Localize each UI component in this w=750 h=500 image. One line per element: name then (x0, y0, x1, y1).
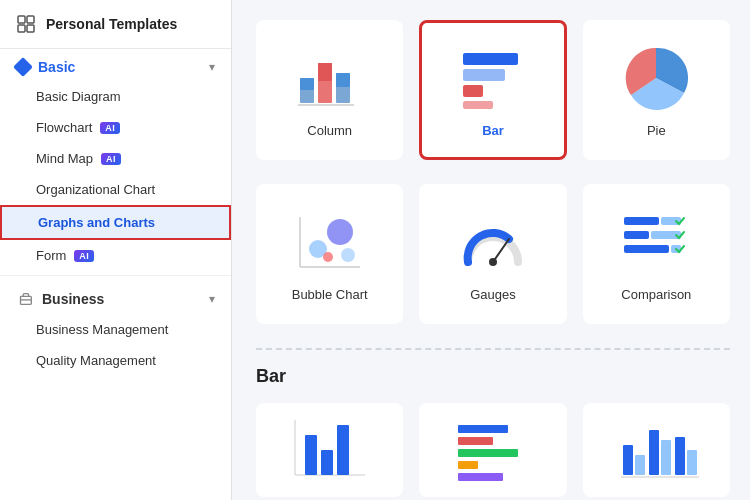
column-label: Column (307, 123, 352, 138)
template-card-comparison[interactable]: Comparison (583, 184, 730, 324)
svg-rect-13 (463, 53, 518, 65)
chevron-down-icon: ▾ (209, 292, 215, 306)
ai-badge: AI (101, 153, 121, 165)
sidebar-item-label: Business Management (36, 322, 168, 337)
pie-chart-icon (621, 43, 691, 113)
sidebar-item-quality-management[interactable]: Quality Management (0, 345, 231, 376)
diamond-icon (13, 57, 33, 77)
svg-rect-16 (463, 101, 493, 109)
pie-label: Pie (647, 123, 666, 138)
svg-rect-3 (27, 25, 34, 32)
bar-chart-icon (453, 43, 533, 113)
comparison-chart-icon (616, 207, 696, 277)
mid-template-grid: Bubble Chart Gauges (256, 184, 730, 324)
svg-rect-30 (624, 245, 669, 253)
chevron-down-icon: ▾ (209, 60, 215, 74)
sidebar-item-business-management[interactable]: Business Management (0, 314, 231, 345)
svg-rect-41 (458, 473, 503, 481)
basic-section-label: Basic (38, 59, 201, 75)
sidebar-item-mind-map[interactable]: Mind Map AI (0, 143, 231, 174)
sidebar-item-label: Graphs and Charts (38, 215, 155, 230)
comparison-label: Comparison (621, 287, 691, 302)
svg-rect-39 (458, 449, 518, 457)
sidebar-item-label: Mind Map (36, 151, 93, 166)
svg-rect-43 (635, 455, 645, 475)
gauges-label: Gauges (470, 287, 516, 302)
template-card-gauges[interactable]: Gauges (419, 184, 566, 324)
svg-rect-11 (336, 73, 350, 87)
svg-rect-15 (463, 85, 483, 97)
gauge-icon (453, 207, 533, 277)
bar-preview-3-icon (611, 415, 701, 485)
svg-point-22 (323, 252, 333, 262)
svg-rect-36 (337, 425, 349, 475)
svg-rect-26 (624, 217, 659, 225)
grid-icon (16, 14, 36, 34)
svg-rect-28 (624, 231, 649, 239)
column-chart-icon (290, 43, 370, 113)
sidebar-item-org-chart[interactable]: Organizational Chart (0, 174, 231, 205)
svg-rect-44 (649, 430, 659, 475)
ai-badge: AI (74, 250, 94, 262)
svg-point-21 (327, 219, 353, 245)
business-section-label: Business (42, 291, 201, 307)
svg-rect-0 (18, 16, 25, 23)
svg-rect-40 (458, 461, 478, 469)
svg-rect-9 (318, 63, 332, 81)
sidebar-item-flowchart[interactable]: Flowchart AI (0, 112, 231, 143)
sidebar-item-label: Organizational Chart (36, 182, 155, 197)
svg-rect-14 (463, 69, 505, 81)
svg-point-25 (489, 258, 497, 266)
bottom-card-bar-3[interactable] (583, 403, 730, 497)
main-content: Column Bar (232, 0, 750, 500)
svg-rect-1 (27, 16, 34, 23)
sidebar-item-graphs-charts[interactable]: Graphs and Charts (0, 205, 231, 240)
svg-rect-34 (305, 435, 317, 475)
bar-label: Bar (482, 123, 504, 138)
bubble-chart-label: Bubble Chart (292, 287, 368, 302)
section-divider-dashed (256, 348, 730, 350)
ai-badge: AI (100, 122, 120, 134)
business-section-header[interactable]: Business ▾ (0, 280, 231, 314)
bar-preview-1-icon (285, 415, 375, 485)
section-divider (0, 275, 231, 276)
sidebar-item-label: Basic Diagram (36, 89, 121, 104)
bottom-card-bar-1[interactable] (256, 403, 403, 497)
svg-rect-35 (321, 450, 333, 475)
svg-rect-45 (661, 440, 671, 475)
top-template-grid: Column Bar (256, 20, 730, 160)
sidebar: Personal Templates Basic ▾ Basic Diagram… (0, 0, 232, 500)
sidebar-item-label: Form (36, 248, 66, 263)
basic-section-header[interactable]: Basic ▾ (0, 49, 231, 81)
briefcase-icon (16, 290, 34, 308)
bar-preview-2-icon (448, 415, 538, 485)
template-card-pie[interactable]: Pie (583, 20, 730, 160)
template-card-bar[interactable]: Bar (419, 20, 566, 160)
sidebar-item-label: Flowchart (36, 120, 92, 135)
svg-rect-46 (675, 437, 685, 475)
svg-rect-42 (623, 445, 633, 475)
sidebar-item-form[interactable]: Form AI (0, 240, 231, 271)
template-card-bubble[interactable]: Bubble Chart (256, 184, 403, 324)
sidebar-item-label: Quality Management (36, 353, 156, 368)
sidebar-title: Personal Templates (46, 16, 177, 32)
template-card-column[interactable]: Column (256, 20, 403, 160)
sidebar-item-basic-diagram[interactable]: Basic Diagram (0, 81, 231, 112)
svg-rect-47 (687, 450, 697, 475)
svg-rect-38 (458, 437, 493, 445)
bottom-card-bar-2[interactable] (419, 403, 566, 497)
svg-rect-2 (18, 25, 25, 32)
section-title: Bar (256, 366, 730, 387)
svg-rect-7 (300, 78, 314, 90)
svg-rect-37 (458, 425, 508, 433)
sidebar-header: Personal Templates (0, 0, 231, 49)
svg-point-23 (341, 248, 355, 262)
bubble-chart-icon (290, 207, 370, 277)
bottom-grid (256, 403, 730, 497)
